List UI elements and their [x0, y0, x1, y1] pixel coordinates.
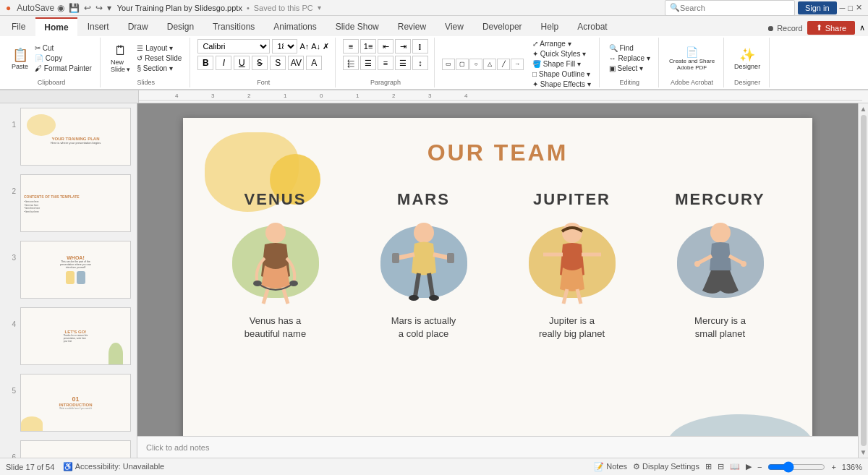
font-color-button[interactable]: A	[306, 56, 322, 70]
scroll-down-icon[interactable]: ▼	[860, 448, 867, 456]
canvas-scroll[interactable]: OUR TEAM VENUS	[137, 103, 858, 436]
tab-slideshow[interactable]: Slide Show	[327, 17, 388, 36]
slide-thumb-2[interactable]: 2 CONTENTS OF THIS TEMPLATE • Item one h…	[0, 170, 137, 236]
undo-btn[interactable]: ↩	[82, 1, 93, 14]
slide-thumb-4[interactable]: 4 LET'S GO! Thanks for so reason thispre…	[0, 303, 137, 369]
view-sorter-btn[interactable]: ⊟	[718, 462, 724, 471]
minimize-icon[interactable]: ─	[840, 4, 846, 12]
tab-review[interactable]: Review	[389, 17, 435, 36]
shape-outline-button[interactable]: □ Shape Outline ▾	[530, 69, 593, 79]
align-right-button[interactable]: ≡	[378, 56, 393, 70]
designer-button[interactable]: ✨ Designer	[731, 40, 763, 77]
paste-button[interactable]: 📋 Paste	[9, 40, 31, 77]
quick-styles-button[interactable]: ✦ Quick Styles ▾	[530, 49, 593, 59]
replace-button[interactable]: ↔ Replace ▾	[607, 54, 652, 63]
view-slideshow-btn[interactable]: ▶	[746, 462, 752, 471]
slide-img-5[interactable]: 01 INTRODUCTION Write a subtitle here if…	[20, 374, 131, 432]
tab-help[interactable]: Help	[532, 17, 568, 36]
shape-rounded-rect[interactable]: ▢	[456, 59, 469, 70]
slide-img-6[interactable]: WEEKLY OBJECTIVES Do you often ask yours…	[20, 440, 131, 458]
tab-animations[interactable]: Animations	[265, 17, 325, 36]
shape-circle[interactable]: ○	[469, 59, 482, 70]
font-increase-btn[interactable]: A↑	[299, 42, 309, 51]
zoom-level[interactable]: 136%	[842, 463, 862, 471]
layout-button[interactable]: ☰ Layout ▾	[135, 43, 184, 53]
clear-format-btn[interactable]: ✗	[323, 42, 329, 51]
arrange-button[interactable]: ⤢ Arrange ▾	[530, 39, 593, 48]
italic-button[interactable]: I	[216, 56, 231, 70]
align-left-button[interactable]: ⬱	[343, 56, 359, 70]
tab-developer[interactable]: Developer	[474, 17, 531, 36]
maximize-icon[interactable]: □	[848, 4, 853, 12]
slide-img-1[interactable]: YOUR TRAINING PLAN Here is where your pr…	[20, 108, 131, 166]
tab-acrobat[interactable]: Acrobat	[569, 17, 616, 36]
numbered-list-button[interactable]: 1≡	[360, 39, 376, 54]
line-spacing-button[interactable]: ↕	[412, 56, 428, 70]
slide-thumb-1[interactable]: 1 YOUR TRAINING PLAN Here is where your …	[0, 103, 137, 170]
indent-dec-button[interactable]: ⇤	[378, 39, 393, 54]
slide-thumb-3[interactable]: 3 WHOA! This can be the part of theprese…	[0, 236, 137, 303]
tab-draw[interactable]: Draw	[119, 17, 157, 36]
redo-btn[interactable]: ↪	[94, 1, 104, 14]
search-box[interactable]: 🔍	[665, 0, 795, 16]
align-center-button[interactable]: ☰	[360, 56, 376, 70]
font-decrease-btn[interactable]: A↓	[311, 42, 320, 51]
cut-button[interactable]: ✂ Cut	[33, 43, 94, 53]
zoom-slider[interactable]	[767, 461, 825, 473]
sign-in-button[interactable]: Sign in	[798, 1, 837, 14]
slide-img-3[interactable]: WHOA! This can be the part of thepresent…	[20, 241, 131, 299]
zoom-in-btn[interactable]: +	[831, 463, 835, 471]
tab-home[interactable]: Home	[35, 17, 77, 36]
scroll-up-icon[interactable]: ▲	[860, 105, 867, 113]
tab-transitions[interactable]: Transitions	[204, 17, 263, 36]
scroll-thumb[interactable]	[861, 115, 867, 446]
shape-triangle[interactable]: △	[483, 59, 496, 70]
font-family-select[interactable]: Calibri	[197, 39, 270, 54]
search-input[interactable]	[680, 4, 790, 12]
save-btn[interactable]: 💾	[67, 1, 81, 14]
tab-file[interactable]: File	[3, 17, 34, 36]
shape-line[interactable]: ╱	[497, 59, 510, 70]
underline-button[interactable]: U	[234, 56, 250, 70]
copy-button[interactable]: 📄 Copy	[33, 54, 94, 63]
shape-effects-button[interactable]: ✦ Shape Effects ▾	[530, 80, 593, 89]
tab-design[interactable]: Design	[158, 17, 203, 36]
slide-img-4[interactable]: LET'S GO! Thanks for so reason thisprese…	[20, 307, 131, 365]
slide-thumb-5[interactable]: 5 01 INTRODUCTION Write a subtitle here …	[0, 369, 137, 436]
close-icon[interactable]: ✕	[856, 3, 862, 12]
autosave-toggle[interactable]: AutoSave ◉	[15, 1, 65, 14]
strikethrough-button[interactable]: S̶	[252, 56, 268, 70]
create-share-pdf-button[interactable]: 📄 Create and ShareAdobe PDF	[666, 40, 718, 77]
notes-view-btn[interactable]: 📝 Notes	[594, 462, 627, 471]
columns-button[interactable]: ⫿	[412, 39, 428, 54]
view-normal-btn[interactable]: ⊞	[705, 462, 712, 471]
notes-bar[interactable]: Click to add notes	[137, 436, 858, 458]
customize-qa[interactable]: ▾	[106, 1, 113, 14]
shape-rect[interactable]: ▭	[442, 59, 455, 70]
format-painter-button[interactable]: 🖌 Format Painter	[33, 64, 94, 73]
section-button[interactable]: § Section ▾	[135, 64, 184, 73]
zoom-out-btn[interactable]: −	[757, 463, 762, 471]
tab-insert[interactable]: Insert	[79, 17, 118, 36]
right-scrollbar[interactable]: ▲ ▼	[858, 103, 868, 458]
view-reading-btn[interactable]: 📖	[730, 462, 740, 471]
display-settings-btn[interactable]: ⚙ Display Settings	[633, 462, 699, 471]
shape-fill-button[interactable]: 🪣 Shape Fill ▾	[530, 59, 593, 69]
justify-button[interactable]: ☰	[395, 56, 411, 70]
slide-img-2[interactable]: CONTENTS OF THIS TEMPLATE • Item one her…	[20, 174, 131, 232]
char-spacing-button[interactable]: AV	[288, 56, 304, 70]
indent-inc-button[interactable]: ⇥	[395, 39, 411, 54]
bold-button[interactable]: B	[197, 56, 213, 70]
bullet-list-button[interactable]: ≡	[343, 39, 359, 54]
new-slide-button[interactable]: 🗒 NewSlide ▾	[108, 40, 134, 77]
select-button[interactable]: ▣ Select ▾	[607, 64, 652, 73]
slide-panel[interactable]: 1 YOUR TRAINING PLAN Here is where your …	[0, 103, 137, 458]
shadow-button[interactable]: S	[270, 56, 286, 70]
font-size-select[interactable]: 18	[272, 39, 297, 54]
find-button[interactable]: 🔍 Find	[607, 43, 652, 53]
reset-slide-button[interactable]: ↺ Reset Slide	[135, 54, 184, 63]
ribbon-collapse[interactable]: ∧	[859, 23, 865, 33]
slide-thumb-6[interactable]: 6 WEEKLY OBJECTIVES Do you often ask you…	[0, 436, 137, 458]
share-button[interactable]: ⬆ Share	[807, 21, 855, 35]
shape-arrow[interactable]: →	[511, 59, 524, 70]
